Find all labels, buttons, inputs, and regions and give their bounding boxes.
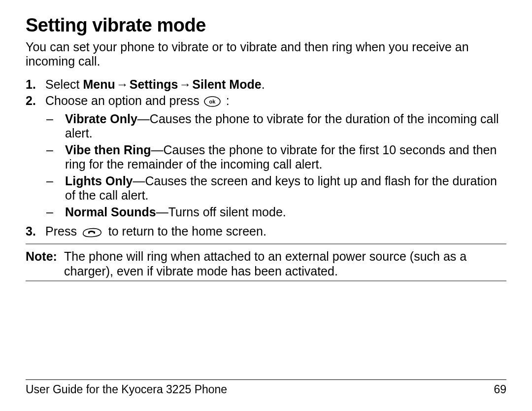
- option-name: Vibe then Ring: [65, 143, 151, 157]
- options-list: – Vibrate Only—Causes the phone to vibra…: [45, 112, 506, 220]
- dash-bullet: –: [45, 205, 65, 220]
- section-heading: Setting vibrate mode: [26, 15, 506, 36]
- dash-bullet: –: [45, 174, 65, 203]
- arrow-icon: →: [178, 77, 192, 92]
- step-body: Select Menu→Settings→Silent Mode.: [45, 77, 506, 92]
- step-suffix: .: [262, 77, 265, 91]
- menu-path-3: Silent Mode: [192, 77, 261, 91]
- note-label: Note:: [26, 249, 64, 278]
- option-body: Normal Sounds—Turns off silent mode.: [65, 205, 506, 220]
- manual-page: Setting vibrate mode You can set your ph…: [0, 0, 532, 411]
- option-name: Lights Only: [65, 174, 133, 188]
- step-1: 1. Select Menu→Settings→Silent Mode.: [26, 77, 506, 92]
- step-text: Select: [45, 77, 83, 91]
- step-number: 1.: [26, 77, 45, 92]
- option-body: Vibe then Ring—Causes the phone to vibra…: [65, 143, 506, 172]
- divider-bottom: [26, 280, 506, 281]
- dash-bullet: –: [45, 112, 65, 141]
- steps-list: 1. Select Menu→Settings→Silent Mode. 2. …: [26, 77, 506, 242]
- note-text: The phone will ring when attached to an …: [64, 249, 506, 278]
- option-name: Normal Sounds: [65, 205, 156, 219]
- intro-paragraph: You can set your phone to vibrate or to …: [26, 40, 506, 68]
- step-body: Press to return to the home screen.: [45, 224, 506, 241]
- divider-top: [26, 243, 506, 244]
- step-text: Choose an option and press: [45, 94, 203, 107]
- footer-guide-title: User Guide for the Kyocera 3225 Phone: [26, 383, 227, 396]
- page-footer: User Guide for the Kyocera 3225 Phone 69: [26, 379, 506, 396]
- option-lights-only: – Lights Only—Causes the screen and keys…: [45, 174, 506, 203]
- arrow-icon: →: [115, 77, 130, 92]
- option-normal-sounds: – Normal Sounds—Turns off silent mode.: [45, 205, 506, 220]
- step-2: 2. Choose an option and press ok : – Vib…: [26, 94, 506, 223]
- step-number: 3.: [26, 224, 45, 241]
- option-body: Lights Only—Causes the screen and keys t…: [65, 174, 506, 203]
- step-3: 3. Press to return to the home screen.: [26, 224, 506, 241]
- svg-text:ok: ok: [209, 99, 216, 104]
- step-number: 2.: [26, 94, 45, 223]
- step-text-after: to return to the home screen.: [108, 224, 266, 238]
- option-body: Vibrate Only—Causes the phone to vibrate…: [65, 112, 506, 141]
- option-vibe-then-ring: – Vibe then Ring—Causes the phone to vib…: [45, 143, 506, 172]
- ok-button-icon: ok: [204, 96, 221, 110]
- step-text: Press: [45, 224, 80, 238]
- option-desc: —Turns off silent mode.: [156, 205, 286, 219]
- option-name: Vibrate Only: [65, 112, 137, 126]
- menu-path-1: Menu: [83, 77, 115, 91]
- option-vibrate-only: – Vibrate Only—Causes the phone to vibra…: [45, 112, 506, 141]
- end-button-icon: [81, 227, 102, 241]
- note-block: Note: The phone will ring when attached …: [26, 249, 506, 278]
- menu-path-2: Settings: [130, 77, 178, 91]
- step-text-after: :: [226, 94, 230, 107]
- step-body: Choose an option and press ok : – Vibrat…: [45, 94, 506, 223]
- dash-bullet: –: [45, 143, 65, 172]
- footer-page-number: 69: [494, 383, 506, 396]
